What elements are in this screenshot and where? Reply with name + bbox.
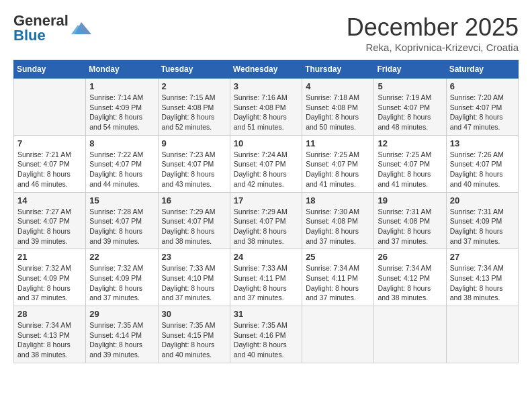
day-number: 21 — [17, 252, 82, 262]
day-info: Sunrise: 7:32 AM Sunset: 4:09 PM Dayligh… — [17, 263, 82, 303]
day-info: Sunrise: 7:27 AM Sunset: 4:07 PM Dayligh… — [17, 207, 82, 246]
day-info: Sunrise: 7:25 AM Sunset: 4:07 PM Dayligh… — [306, 150, 370, 189]
calendar-week-4: 21Sunrise: 7:32 AM Sunset: 4:09 PM Dayli… — [14, 249, 519, 306]
calendar-cell: 24Sunrise: 7:33 AM Sunset: 4:11 PM Dayli… — [230, 249, 302, 306]
day-number: 16 — [162, 195, 226, 205]
calendar-cell: 21Sunrise: 7:32 AM Sunset: 4:09 PM Dayli… — [14, 249, 86, 306]
day-info: Sunrise: 7:15 AM Sunset: 4:08 PM Dayligh… — [162, 93, 226, 132]
logo-blue: Blue — [13, 27, 46, 44]
calendar-cell: 11Sunrise: 7:25 AM Sunset: 4:07 PM Dayli… — [302, 135, 374, 192]
calendar-week-2: 7Sunrise: 7:21 AM Sunset: 4:07 PM Daylig… — [14, 135, 519, 192]
calendar-cell: 29Sunrise: 7:35 AM Sunset: 4:14 PM Dayli… — [86, 306, 158, 363]
day-info: Sunrise: 7:22 AM Sunset: 4:07 PM Dayligh… — [89, 150, 154, 189]
day-number: 18 — [306, 195, 370, 205]
day-number: 14 — [17, 195, 82, 205]
day-number: 8 — [89, 138, 154, 148]
day-info: Sunrise: 7:16 AM Sunset: 4:08 PM Dayligh… — [234, 93, 298, 132]
day-number: 27 — [450, 252, 515, 262]
calendar-cell: 31Sunrise: 7:35 AM Sunset: 4:16 PM Dayli… — [230, 306, 302, 363]
calendar-cell: 27Sunrise: 7:34 AM Sunset: 4:13 PM Dayli… — [446, 249, 518, 306]
calendar-cell: 18Sunrise: 7:30 AM Sunset: 4:08 PM Dayli… — [302, 192, 374, 249]
calendar-week-1: 1Sunrise: 7:14 AM Sunset: 4:09 PM Daylig… — [14, 79, 519, 136]
day-number: 5 — [378, 81, 442, 91]
calendar-cell — [446, 306, 518, 363]
day-info: Sunrise: 7:34 AM Sunset: 4:13 PM Dayligh… — [450, 263, 515, 303]
calendar-cell: 13Sunrise: 7:26 AM Sunset: 4:07 PM Dayli… — [446, 135, 518, 192]
day-number: 2 — [162, 81, 226, 91]
day-number: 13 — [450, 138, 515, 148]
day-number: 22 — [89, 252, 154, 262]
day-number: 4 — [306, 81, 370, 91]
day-info: Sunrise: 7:21 AM Sunset: 4:07 PM Dayligh… — [17, 150, 82, 189]
calendar-cell: 17Sunrise: 7:29 AM Sunset: 4:07 PM Dayli… — [230, 192, 302, 249]
day-number: 11 — [306, 138, 370, 148]
day-info: Sunrise: 7:25 AM Sunset: 4:07 PM Dayligh… — [378, 150, 442, 189]
calendar-cell — [374, 306, 446, 363]
day-info: Sunrise: 7:24 AM Sunset: 4:07 PM Dayligh… — [234, 150, 298, 189]
calendar-cell: 1Sunrise: 7:14 AM Sunset: 4:09 PM Daylig… — [86, 79, 158, 136]
day-info: Sunrise: 7:19 AM Sunset: 4:07 PM Dayligh… — [378, 93, 442, 132]
calendar-cell: 19Sunrise: 7:31 AM Sunset: 4:08 PM Dayli… — [374, 192, 446, 249]
day-info: Sunrise: 7:30 AM Sunset: 4:08 PM Dayligh… — [306, 207, 370, 246]
day-number: 10 — [234, 138, 298, 148]
day-info: Sunrise: 7:29 AM Sunset: 4:07 PM Dayligh… — [234, 207, 298, 246]
location-title: Reka, Koprivnica-Krizevci, Croatia — [347, 42, 519, 53]
day-info: Sunrise: 7:31 AM Sunset: 4:08 PM Dayligh… — [378, 207, 442, 246]
calendar-cell: 14Sunrise: 7:27 AM Sunset: 4:07 PM Dayli… — [14, 192, 86, 249]
calendar-cell: 23Sunrise: 7:33 AM Sunset: 4:10 PM Dayli… — [158, 249, 230, 306]
day-info: Sunrise: 7:23 AM Sunset: 4:07 PM Dayligh… — [162, 150, 226, 189]
day-info: Sunrise: 7:32 AM Sunset: 4:09 PM Dayligh… — [89, 263, 154, 303]
calendar-cell — [302, 306, 374, 363]
calendar-cell: 16Sunrise: 7:29 AM Sunset: 4:07 PM Dayli… — [158, 192, 230, 249]
month-title: December 2025 — [347, 13, 519, 42]
day-info: Sunrise: 7:31 AM Sunset: 4:09 PM Dayligh… — [450, 207, 515, 246]
day-info: Sunrise: 7:33 AM Sunset: 4:10 PM Dayligh… — [162, 263, 226, 303]
calendar-cell: 22Sunrise: 7:32 AM Sunset: 4:09 PM Dayli… — [86, 249, 158, 306]
calendar-cell: 5Sunrise: 7:19 AM Sunset: 4:07 PM Daylig… — [374, 79, 446, 136]
day-info: Sunrise: 7:35 AM Sunset: 4:14 PM Dayligh… — [89, 320, 154, 360]
logo-text: General Blue — [13, 13, 69, 43]
day-info: Sunrise: 7:26 AM Sunset: 4:07 PM Dayligh… — [450, 150, 515, 189]
calendar-cell: 6Sunrise: 7:20 AM Sunset: 4:07 PM Daylig… — [446, 79, 518, 136]
day-info: Sunrise: 7:20 AM Sunset: 4:07 PM Dayligh… — [450, 93, 515, 132]
header-tuesday: Tuesday — [158, 60, 230, 79]
day-number: 31 — [234, 309, 298, 319]
calendar-week-3: 14Sunrise: 7:27 AM Sunset: 4:07 PM Dayli… — [14, 192, 519, 249]
day-number: 24 — [234, 252, 298, 262]
day-number: 7 — [17, 138, 82, 148]
calendar-cell: 26Sunrise: 7:34 AM Sunset: 4:12 PM Dayli… — [374, 249, 446, 306]
day-number: 9 — [162, 138, 226, 148]
day-number: 1 — [89, 81, 154, 91]
day-info: Sunrise: 7:34 AM Sunset: 4:12 PM Dayligh… — [378, 263, 442, 303]
day-info: Sunrise: 7:18 AM Sunset: 4:08 PM Dayligh… — [306, 93, 370, 132]
header-monday: Monday — [86, 60, 158, 79]
day-info: Sunrise: 7:29 AM Sunset: 4:07 PM Dayligh… — [162, 207, 226, 246]
header-wednesday: Wednesday — [230, 60, 302, 79]
calendar-cell: 28Sunrise: 7:34 AM Sunset: 4:13 PM Dayli… — [14, 306, 86, 363]
calendar-header-row: SundayMondayTuesdayWednesdayThursdayFrid… — [14, 60, 519, 79]
calendar-cell: 7Sunrise: 7:21 AM Sunset: 4:07 PM Daylig… — [14, 135, 86, 192]
day-number: 28 — [17, 309, 82, 319]
logo: General Blue — [13, 13, 91, 43]
header-friday: Friday — [374, 60, 446, 79]
day-info: Sunrise: 7:35 AM Sunset: 4:15 PM Dayligh… — [162, 320, 226, 360]
day-number: 12 — [378, 138, 442, 148]
calendar-cell — [14, 79, 86, 136]
day-info: Sunrise: 7:34 AM Sunset: 4:11 PM Dayligh… — [306, 263, 370, 303]
day-number: 15 — [89, 195, 154, 205]
day-number: 29 — [89, 309, 154, 319]
header-saturday: Saturday — [446, 60, 518, 79]
calendar-cell: 20Sunrise: 7:31 AM Sunset: 4:09 PM Dayli… — [446, 192, 518, 249]
calendar-table: SundayMondayTuesdayWednesdayThursdayFrid… — [13, 60, 519, 363]
day-number: 19 — [378, 195, 442, 205]
day-number: 30 — [162, 309, 226, 319]
day-info: Sunrise: 7:35 AM Sunset: 4:16 PM Dayligh… — [234, 320, 298, 360]
day-number: 6 — [450, 81, 515, 91]
day-number: 25 — [306, 252, 370, 262]
day-info: Sunrise: 7:28 AM Sunset: 4:07 PM Dayligh… — [89, 207, 154, 246]
day-number: 26 — [378, 252, 442, 262]
header-sunday: Sunday — [14, 60, 86, 79]
day-number: 20 — [450, 195, 515, 205]
calendar-week-5: 28Sunrise: 7:34 AM Sunset: 4:13 PM Dayli… — [14, 306, 519, 363]
header-thursday: Thursday — [302, 60, 374, 79]
